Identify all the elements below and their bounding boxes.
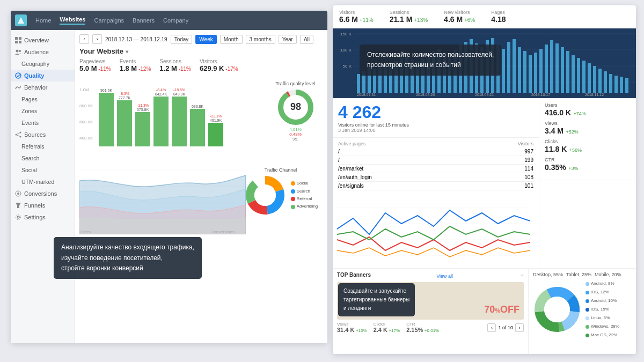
right-split: 4 262 Visitors online for last 15 minute…: [333, 98, 636, 268]
toolbar: ‹ › 2018.12.13 — 2018.12.19 Today Week M…: [79, 34, 323, 44]
top-stat-visitors: Visitors 6.6 M +11%: [339, 10, 374, 24]
sidebar-item-overview[interactable]: Overview: [11, 34, 75, 46]
svg-text:2018.08.26: 2018.08.26: [416, 93, 435, 97]
svg-rect-70: [529, 55, 532, 93]
sidebar-item-quality[interactable]: Quality: [11, 70, 75, 82]
bar-5: -18.5% 843.9K: [172, 88, 187, 146]
logo: [15, 14, 27, 26]
svg-line-12: [17, 135, 19, 136]
period-today[interactable]: Today: [171, 35, 193, 44]
svg-text:100 K: 100 K: [340, 48, 352, 53]
nav-company[interactable]: Company: [163, 17, 188, 24]
period-week[interactable]: Week: [195, 35, 216, 44]
pagination: ‹ 1 of 10 ›: [487, 322, 524, 333]
sidebar-item-zones[interactable]: Zones: [11, 105, 75, 117]
sidebar-item-pages[interactable]: Pages: [11, 93, 75, 105]
filter-icon[interactable]: ≡: [521, 273, 524, 279]
pages-table-header: Active pages Visitors: [338, 140, 533, 147]
svg-rect-65: [502, 49, 505, 93]
prev-page-btn[interactable]: ‹: [487, 323, 496, 332]
sidebar: Overview Audience Geography Quality Beha…: [11, 30, 75, 343]
svg-rect-84: [604, 71, 607, 93]
metric-views: Views 3.4 M +52%: [545, 121, 631, 136]
prev-btn[interactable]: ‹: [79, 34, 89, 44]
tooltip-right: Отслеживайте количество пользователей, п…: [360, 45, 501, 76]
sidebar-item-settings[interactable]: Settings: [11, 211, 75, 223]
sidebar-item-geography[interactable]: Geography: [11, 58, 75, 70]
banner-stat-ctr: CTR 2.15% +0.01%: [406, 322, 439, 333]
sidebar-item-sources[interactable]: Sources: [11, 129, 75, 141]
period-all[interactable]: All: [300, 35, 313, 44]
svg-rect-77: [566, 51, 569, 93]
stat-events: Events 1.8 M -12%: [120, 58, 151, 72]
svg-line-11: [17, 133, 19, 134]
content-area: ‹ › 2018.12.13 — 2018.12.19 Today Week M…: [75, 30, 327, 343]
stat-sessions: Sessions 1.2 M -11%: [159, 58, 191, 72]
sidebar-item-referrals[interactable]: Referrals: [11, 141, 75, 152]
nav-home[interactable]: Home: [35, 17, 51, 24]
right-left: 4 262 Visitors online for last 15 minute…: [333, 98, 539, 268]
top-stat-sessions: Sessions 21.1 M +13%: [390, 10, 428, 24]
svg-point-17: [16, 215, 21, 220]
banner-stat-views: Views 31.4 K +13%: [337, 322, 367, 333]
banner-stats: Views 31.4 K +13% Clicks 2.4 K +17% CTR …: [337, 322, 524, 333]
svg-rect-38: [357, 74, 360, 93]
sidebar-item-social[interactable]: Social: [11, 164, 75, 176]
top-stat-new-visitors: New visitors 4.6 M +6%: [444, 10, 475, 24]
bar-3: -11.3% 575.8K: [135, 104, 150, 146]
svg-rect-3: [15, 41, 18, 43]
left-panel: Home Websites Campaigns Banners Company …: [11, 11, 327, 343]
next-page-btn[interactable]: ›: [515, 323, 524, 332]
svg-rect-81: [588, 63, 591, 93]
nav-banners[interactable]: Banners: [133, 17, 155, 24]
svg-rect-80: [582, 61, 586, 93]
svg-rect-86: [614, 76, 618, 93]
sidebar-item-audience[interactable]: Audience: [11, 46, 75, 58]
main-chart: 150 K 100 K 50 K: [333, 28, 636, 98]
period-month[interactable]: Month: [220, 35, 243, 44]
svg-point-6: [19, 50, 21, 52]
svg-rect-4: [19, 41, 21, 43]
sidebar-item-behavior[interactable]: Behavior: [11, 82, 75, 93]
sidebar-item-search[interactable]: Search: [11, 152, 75, 164]
view-all-link[interactable]: View all: [436, 274, 453, 279]
bar-6: 633.8K: [190, 105, 205, 146]
period-year[interactable]: Year: [279, 35, 297, 44]
sidebar-item-funnels[interactable]: Funnels: [11, 200, 75, 211]
svg-rect-74: [550, 40, 553, 93]
area-chart-svg: [79, 170, 246, 234]
period-3months[interactable]: 3 months: [246, 35, 275, 44]
bar-chart-section: 1.0M 800.0K 600.0K 400.0K 901.6K -8.3% 7…: [79, 77, 323, 168]
nav-websites[interactable]: Websites: [60, 16, 85, 25]
svg-rect-87: [620, 77, 623, 93]
next-btn[interactable]: ›: [92, 34, 102, 44]
sidebar-item-utm[interactable]: UTM-marked: [11, 176, 75, 188]
svg-rect-2: [19, 37, 21, 40]
metric-clicks: Clicks 11.8 K +56%: [545, 139, 631, 154]
svg-text:2018.11.12: 2018.11.12: [585, 93, 604, 97]
svg-text:98: 98: [290, 101, 301, 112]
traffic-channel: Traffic Channel: [240, 167, 321, 217]
pages-table: Active pages Visitors / 997 / 199 /en/ma…: [333, 138, 539, 193]
sidebar-item-events[interactable]: Events: [11, 117, 75, 129]
metric-ctr: CTR 0.35% +3%: [545, 157, 631, 172]
svg-text:2018.07.31: 2018.07.31: [357, 93, 376, 97]
table-row: / 199: [338, 156, 533, 165]
nav-campaigns[interactable]: Campaigns: [94, 17, 124, 24]
bottom-right: Desktop, 55% Tablet, 25% Mobile, 20%: [529, 269, 636, 354]
svg-rect-85: [609, 74, 612, 93]
bar-2: -8.3% 777.7K: [117, 92, 132, 146]
svg-text:150 K: 150 K: [340, 32, 352, 36]
bar-1: 901.6K: [99, 88, 114, 146]
main-layout: Overview Audience Geography Quality Beha…: [11, 30, 327, 343]
tooltip-left: Анализируйте качество входящего трафика,…: [54, 237, 202, 279]
svg-point-9: [16, 134, 17, 136]
sidebar-item-conversions[interactable]: Conversions: [11, 188, 75, 200]
bar-4: -8.4% 842.4K: [153, 88, 169, 146]
svg-point-8: [20, 132, 21, 134]
svg-rect-73: [545, 45, 548, 93]
table-row: /en/auth_login 108: [338, 173, 533, 182]
svg-point-5: [16, 50, 19, 53]
svg-text:50 K: 50 K: [343, 64, 352, 69]
svg-marker-0: [18, 17, 24, 24]
